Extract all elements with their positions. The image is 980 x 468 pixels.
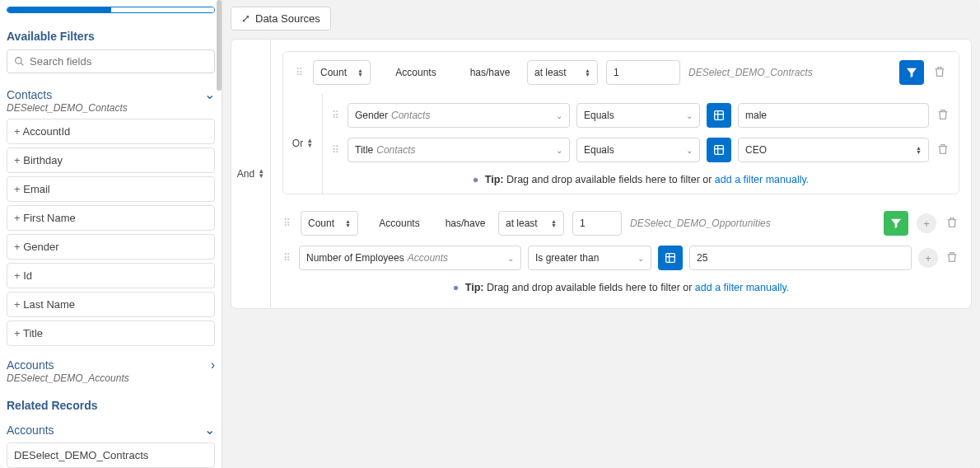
filter-icon-button[interactable]	[899, 60, 924, 85]
filter-icon-button[interactable]	[884, 211, 908, 236]
trash-icon	[933, 65, 946, 78]
field-birthday[interactable]: Birthday	[7, 147, 215, 173]
chevron-down-icon: ⌄	[204, 422, 215, 438]
agg-label: Count	[308, 218, 334, 229]
field-label: Title	[355, 144, 373, 156]
count-value-input[interactable]: 1	[572, 211, 622, 236]
group1-header-row: ⠿ Count ▲▼ Accounts has/have at least ▲▼…	[283, 52, 959, 93]
field-accountid[interactable]: AccountId	[7, 119, 215, 144]
chevron-down-icon: ⌄	[637, 254, 644, 263]
delete-button[interactable]	[945, 216, 959, 232]
or-operator[interactable]: Or ▲▼	[283, 93, 323, 194]
search-box[interactable]	[7, 49, 215, 73]
stepper-icon: ▲▼	[916, 146, 922, 154]
chevron-down-icon: ⌄	[556, 146, 562, 155]
chevron-down-icon: ⌄	[507, 254, 514, 263]
count-value-input[interactable]: 1	[606, 60, 680, 85]
field-sub: Contacts	[391, 110, 430, 121]
filter-group-2: ⠿ Count ▲▼ Accounts has/have at least ▲▼…	[282, 206, 959, 297]
add-button[interactable]: +	[917, 213, 936, 233]
contacts-field-list: AccountId Birthday Email First Name Gend…	[7, 119, 215, 346]
comparator-select[interactable]: at least ▲▼	[527, 60, 598, 85]
drag-handle-icon[interactable]: ⠿	[282, 252, 292, 264]
agg-select[interactable]: Count ▲▼	[301, 211, 358, 236]
plus-icon: +	[923, 218, 930, 230]
related-item-contracts[interactable]: DESelect_DEMO_Contracts	[7, 442, 215, 468]
db-lookup-button[interactable]	[707, 103, 731, 128]
bulb-icon: ●	[453, 282, 460, 293]
stepper-icon: ▲▼	[585, 68, 590, 77]
operator-label: Is greater than	[535, 252, 599, 264]
filter-canvas: And ▲▼ ⠿ Count ▲▼ Accounts has/have	[231, 39, 972, 309]
plus-icon: +	[925, 252, 931, 264]
db-lookup-button[interactable]	[707, 138, 731, 162]
field-title[interactable]: Title	[7, 321, 215, 346]
add-filter-manually-link[interactable]: add a filter manually.	[715, 174, 809, 185]
group-accounts-header[interactable]: Accounts ›	[7, 354, 215, 372]
field-lastname[interactable]: Last Name	[7, 292, 215, 317]
value-input[interactable]: 25	[689, 246, 912, 270]
chevron-down-icon: ⌄	[686, 111, 693, 120]
tab-filter-fields[interactable]: Filter Fields	[7, 7, 111, 13]
field-email[interactable]: Email	[7, 176, 215, 202]
field-sub: Contacts	[376, 144, 415, 156]
value-text: CEO	[745, 144, 767, 156]
field-sub: Accounts	[408, 252, 448, 264]
grid-icon	[664, 251, 677, 264]
add-button[interactable]: +	[918, 248, 938, 268]
db-lookup-button[interactable]	[658, 246, 683, 270]
and-label: And	[237, 168, 254, 180]
hashave-label: has/have	[441, 218, 490, 229]
filter-icon	[905, 66, 918, 79]
comparator-select[interactable]: at least ▲▼	[498, 211, 564, 236]
operator-select[interactable]: Is greater than ⌄	[528, 246, 651, 270]
delete-button[interactable]	[936, 108, 950, 124]
trash-icon	[936, 143, 950, 156]
field-gender[interactable]: Gender	[7, 234, 215, 260]
search-icon	[14, 56, 25, 67]
expand-icon: ⤢	[241, 12, 250, 25]
field-select[interactable]: GenderContacts ⌄	[348, 103, 570, 128]
tip-row: ● Tip: Drag and drop available fields he…	[331, 167, 950, 189]
add-filter-manually-link[interactable]: add a filter manually.	[695, 282, 789, 293]
rel-accounts-label: Accounts	[7, 424, 54, 437]
svg-rect-8	[666, 254, 675, 263]
field-firstname[interactable]: First Name	[7, 205, 215, 231]
value-input[interactable]: male	[738, 103, 929, 128]
group-accounts-sub: DESelect_DEMO_Accounts	[7, 372, 215, 384]
field-select[interactable]: Number of EmployeesAccounts ⌄	[299, 246, 521, 270]
data-sources-button[interactable]: ⤢ Data Sources	[231, 7, 331, 30]
trash-icon	[945, 250, 959, 264]
agg-select[interactable]: Count ▲▼	[313, 60, 371, 85]
group-contacts-sub: DESelect_DEMO_Contacts	[7, 102, 215, 114]
drag-handle-icon[interactable]: ⠿	[331, 110, 341, 121]
search-input[interactable]	[30, 55, 208, 68]
stepper-icon: ▲▼	[258, 169, 264, 179]
filter-icon	[889, 217, 903, 230]
delete-button[interactable]	[936, 143, 950, 158]
group-contacts-label: Contacts	[7, 88, 52, 101]
field-label: Gender	[355, 110, 388, 121]
drag-handle-icon[interactable]: ⠿	[295, 67, 305, 78]
drag-handle-icon[interactable]: ⠿	[282, 218, 292, 229]
stepper-icon: ▲▼	[357, 68, 363, 77]
condition-row: ⠿ GenderContacts ⌄ Equals ⌄	[331, 98, 950, 133]
operator-select[interactable]: Equals ⌄	[576, 103, 700, 128]
field-select[interactable]: TitleContacts ⌄	[348, 138, 570, 162]
sidebar: Filter Fields Filter Sets Available Filt…	[0, 0, 222, 468]
tip-text: Drag and drop available fields here to f…	[487, 282, 695, 293]
condition-row: ⠿ Number of EmployeesAccounts ⌄ Is great…	[282, 241, 959, 275]
svg-point-0	[16, 58, 22, 64]
field-id[interactable]: Id	[7, 263, 215, 288]
group-contacts-header[interactable]: Contacts ⌄	[7, 83, 215, 102]
operator-select[interactable]: Equals ⌄	[576, 138, 700, 162]
value-input[interactable]: CEO ▲▼	[738, 138, 929, 162]
delete-button[interactable]	[932, 65, 947, 81]
drag-handle-icon[interactable]: ⠿	[331, 144, 341, 156]
and-operator[interactable]: And ▲▼	[231, 40, 271, 308]
scrollbar[interactable]	[217, 0, 222, 91]
delete-button[interactable]	[945, 250, 959, 266]
tab-filter-sets[interactable]: Filter Sets	[111, 7, 215, 13]
rel-accounts-header[interactable]: Accounts ⌄	[7, 419, 215, 438]
group2-header-row: ⠿ Count ▲▼ Accounts has/have at least ▲▼…	[282, 206, 959, 241]
